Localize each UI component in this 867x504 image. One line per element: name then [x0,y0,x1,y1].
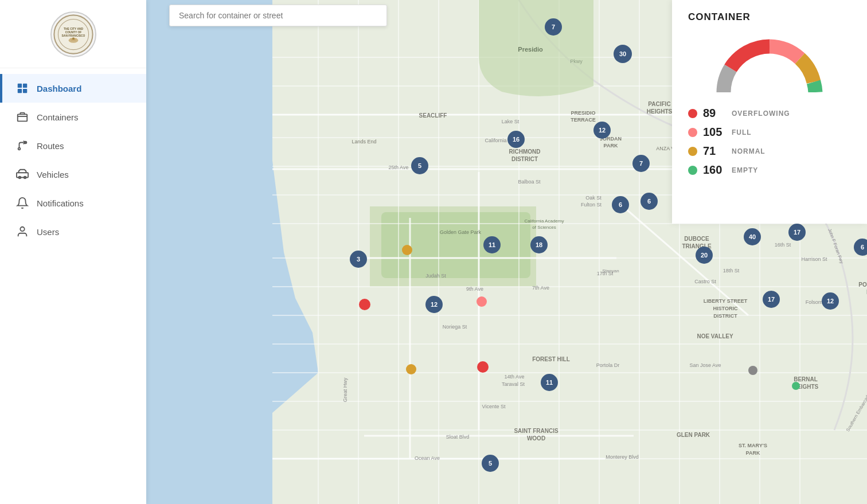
svg-rect-133 [715,92,824,95]
svg-text:SAN FRANCISCO: SAN FRANCISCO [61,34,85,37]
svg-text:Harrison St: Harrison St [801,256,827,262]
container-icon [16,111,29,123]
cluster-marker[interactable]: 7 [545,18,562,36]
svg-text:POTRERO: POTRERO [858,282,867,288]
svg-text:Portola Dr: Portola Dr [596,362,620,368]
routes-icon [16,139,29,152]
users-icon [16,225,29,238]
svg-point-13 [18,148,21,150]
svg-text:Taraval St: Taraval St [502,381,525,387]
svg-text:PARK: PARK [746,450,760,456]
empty-dot [688,166,697,175]
main-content: Presidio Pkwy MARINA DISTRICT NOB HILL P… [146,0,867,504]
sidebar-item-notifications[interactable]: Notifications [0,189,146,217]
svg-text:San Jose Ave: San Jose Ave [690,362,721,368]
svg-text:Lands End: Lands End [352,139,376,144]
notifications-icon [16,197,29,209]
containers-label: Containers [37,112,79,122]
normal-marker[interactable] [402,245,412,255]
cluster-marker[interactable]: 17 [788,224,806,241]
cluster-marker[interactable]: 11 [483,236,501,253]
svg-text:Lake St: Lake St [502,119,520,124]
svg-text:Noriega St: Noriega St [443,324,467,330]
svg-text:HISTORIC: HISTORIC [713,306,738,311]
svg-rect-20 [381,212,530,278]
cluster-marker[interactable]: 12 [593,122,611,139]
cluster-marker[interactable]: 12 [425,296,443,313]
svg-rect-10 [23,89,27,93]
vehicles-icon [16,168,29,181]
cluster-marker[interactable]: 18 [530,236,548,253]
svg-text:DISTRICT: DISTRICT [511,156,538,162]
legend-full: 105 FULL [688,126,851,139]
cluster-marker[interactable]: 3 [350,251,367,268]
cluster-marker[interactable]: 40 [744,228,761,245]
cluster-marker[interactable]: 11 [541,374,558,391]
svg-text:Great Hwy: Great Hwy [342,377,348,402]
overflowing-label: OVERFLOWING [732,110,790,118]
sidebar-item-users[interactable]: Users [0,217,146,246]
svg-text:THE CITY AND: THE CITY AND [64,28,83,30]
sidebar-item-vehicles[interactable]: Vehicles [0,160,146,189]
svg-text:FOREST HILL: FOREST HILL [532,356,570,362]
donut-chart [715,32,824,95]
empty-count: 160 [703,163,726,177]
svg-point-18 [20,227,24,231]
svg-rect-11 [18,114,28,121]
cluster-marker[interactable]: 5 [411,157,428,174]
svg-text:Fulton St: Fulton St [581,202,602,208]
legend-normal: 71 NORMAL [688,144,851,158]
cluster-marker[interactable]: 17 [763,291,780,308]
svg-rect-15 [17,173,28,177]
cluster-marker[interactable]: 6 [612,196,629,213]
vehicles-label: Vehicles [37,170,69,179]
svg-text:GLEN PARK: GLEN PARK [677,432,710,438]
cluster-marker[interactable]: 6 [854,239,867,256]
svg-rect-7 [18,84,22,88]
sidebar-item-dashboard[interactable]: Dashboard [0,74,146,103]
cluster-marker[interactable]: 7 [632,155,650,172]
cluster-marker[interactable]: 30 [614,45,632,63]
routes-label: Routes [37,141,64,151]
svg-text:California Academy: California Academy [525,218,564,224]
full-marker[interactable] [477,296,487,307]
container-panel: CONTAINER [672,0,867,224]
svg-text:BERNAL: BERNAL [794,376,818,382]
cluster-marker[interactable]: 5 [482,455,499,472]
svg-text:Pkwy: Pkwy [570,58,583,64]
svg-text:Vicente St: Vicente St [482,404,506,409]
svg-text:DISTRICT: DISTRICT [713,313,737,319]
gray-marker[interactable] [748,366,757,375]
svg-text:SEACLIFF: SEACLIFF [419,112,447,119]
svg-text:SAINT FRANCIS: SAINT FRANCIS [514,428,559,434]
search-input[interactable] [169,5,387,26]
svg-text:Ocean Ave: Ocean Ave [415,455,440,461]
svg-text:ST. MARY'S: ST. MARY'S [739,443,767,448]
normal-count: 71 [703,144,726,158]
svg-text:Balboa St: Balboa St [518,179,541,185]
container-panel-title: CONTAINER [688,11,851,23]
svg-text:Monterey Blvd: Monterey Blvd [606,454,639,460]
full-dot [688,128,697,137]
cluster-marker[interactable]: 16 [507,131,525,148]
sidebar-item-routes[interactable]: Routes [0,131,146,160]
svg-text:16th St: 16th St [775,242,791,248]
overflow-marker[interactable] [477,361,489,373]
cluster-marker[interactable]: 6 [641,193,658,210]
svg-text:WOOD: WOOD [527,435,545,442]
cluster-marker[interactable]: 20 [696,247,713,264]
svg-text:of Sciences: of Sciences [532,225,556,230]
cluster-marker[interactable]: 12 [822,292,839,310]
empty-marker[interactable] [792,382,800,390]
svg-text:NOE VALLEY: NOE VALLEY [697,333,733,339]
full-count: 105 [703,126,726,139]
svg-text:25th Ave: 25th Ave [389,165,409,170]
sidebar-item-containers[interactable]: Containers [0,103,146,131]
normal-marker[interactable] [406,364,416,374]
svg-text:9th Ave: 9th Ave [466,286,483,292]
logo-circle: THE CITY AND COUNTY OF SAN FRANCISCO [50,11,96,57]
overflowing-dot [688,109,697,118]
legend-overflowing: 89 OVERFLOWING [688,107,851,120]
overflow-marker[interactable] [359,299,370,310]
grid-icon [16,82,29,95]
